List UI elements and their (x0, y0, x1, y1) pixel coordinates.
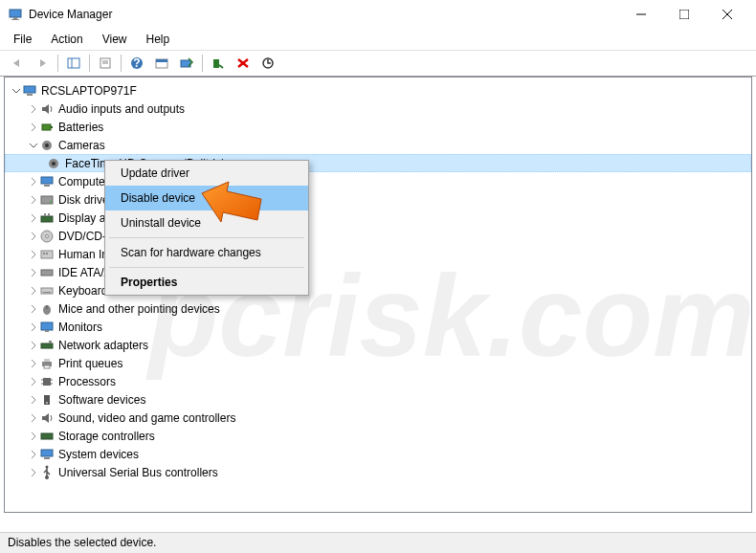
chevron-right-icon[interactable] (28, 178, 39, 186)
svg-rect-39 (43, 253, 45, 254)
tree-item-network[interactable]: Network adapters (5, 336, 751, 354)
menubar: File Action View Help (0, 29, 756, 50)
chevron-right-icon[interactable] (28, 396, 39, 404)
chevron-right-icon[interactable] (28, 451, 39, 458)
svg-rect-21 (24, 86, 35, 93)
tree-item-usb[interactable]: Universal Serial Bus controllers (5, 463, 751, 481)
ide-icon (39, 265, 55, 280)
tree-item-printqueues[interactable]: Print queues (5, 354, 751, 372)
tree-item-software[interactable]: Software devices (5, 390, 751, 409)
chevron-right-icon[interactable] (28, 342, 39, 349)
monitor-icon (39, 320, 55, 335)
camera-icon (46, 156, 61, 171)
processor-icon (39, 374, 55, 389)
chevron-right-icon[interactable] (28, 378, 39, 386)
tree-item-cameras[interactable]: Cameras (5, 136, 751, 154)
minimize-button[interactable] (619, 0, 662, 29)
software-icon (39, 392, 55, 408)
calendar-button[interactable] (150, 53, 173, 74)
svg-rect-51 (44, 359, 50, 362)
chevron-right-icon[interactable] (28, 469, 39, 476)
uninstall-device-button[interactable] (232, 53, 255, 74)
chevron-right-icon[interactable] (28, 105, 39, 113)
hid-icon (39, 247, 55, 262)
chevron-right-icon[interactable] (28, 414, 39, 422)
chevron-right-icon[interactable] (28, 287, 39, 295)
svg-rect-43 (43, 292, 51, 293)
menu-help[interactable]: Help (139, 31, 178, 48)
chevron-right-icon[interactable] (28, 269, 39, 276)
usb-icon (39, 465, 55, 480)
chevron-right-icon[interactable] (28, 251, 39, 258)
menu-view[interactable]: View (95, 31, 135, 48)
tree-item-batteries[interactable]: Batteries (5, 118, 751, 136)
tree-item-label: Mice and other pointing devices (58, 302, 220, 316)
app-icon (8, 7, 23, 22)
ctx-uninstall-device[interactable]: Uninstall device (105, 210, 308, 235)
window-controls (619, 0, 748, 29)
tree-item-label: Audio inputs and outputs (58, 102, 185, 116)
tree-item-monitors[interactable]: Monitors (5, 318, 751, 336)
menu-file[interactable]: File (6, 31, 39, 48)
toolbar: ? (0, 50, 756, 77)
chevron-right-icon[interactable] (28, 196, 39, 204)
chevron-right-icon[interactable] (28, 232, 39, 240)
show-hide-tree-button[interactable] (62, 53, 85, 74)
statusbar: Disables the selected device. (0, 532, 756, 553)
ctx-disable-device[interactable]: Disable device (105, 186, 308, 210)
chevron-down-icon[interactable] (11, 87, 22, 95)
svg-rect-41 (41, 270, 53, 276)
tree-item-system[interactable]: System devices (5, 445, 751, 463)
close-button[interactable] (705, 0, 748, 29)
chevron-right-icon[interactable] (28, 432, 39, 440)
ctx-update-driver[interactable]: Update driver (105, 161, 308, 186)
dvd-icon (39, 229, 55, 244)
chevron-down-icon[interactable] (28, 142, 39, 149)
tree-item-processors[interactable]: Processors (5, 372, 751, 390)
tree-item-label: Monitors (58, 321, 102, 334)
svg-rect-61 (41, 450, 53, 456)
svg-rect-34 (44, 213, 46, 216)
tree-item-audio[interactable]: Audio inputs and outputs (5, 100, 751, 118)
tree-item-storage[interactable]: Storage controllers (5, 427, 751, 445)
properties-button[interactable] (94, 53, 117, 74)
svg-text:?: ? (133, 56, 140, 70)
svg-rect-42 (41, 288, 53, 294)
network-icon (39, 338, 55, 353)
ctx-scan-hardware[interactable]: Scan for hardware changes (105, 240, 308, 265)
storage-icon (39, 429, 55, 444)
maximize-button[interactable] (662, 0, 705, 29)
chevron-right-icon[interactable] (28, 214, 39, 222)
tree-item-label: Universal Serial Bus controllers (58, 466, 218, 479)
help-button[interactable]: ? (125, 53, 148, 74)
svg-rect-48 (41, 343, 53, 348)
svg-rect-62 (44, 457, 50, 459)
tree-item-label: Computer (58, 175, 109, 188)
back-button[interactable] (6, 53, 29, 74)
enable-device-button[interactable] (207, 53, 230, 74)
toolbar-separator (121, 55, 122, 72)
update-driver-button[interactable] (256, 53, 279, 74)
chevron-right-icon[interactable] (28, 123, 39, 131)
svg-rect-47 (45, 330, 49, 332)
tree-root-label: RCSLAPTOP971F (41, 84, 137, 98)
forward-button[interactable] (31, 53, 54, 74)
scan-hardware-button[interactable] (175, 53, 198, 74)
tree-root[interactable]: RCSLAPTOP971F (5, 81, 751, 100)
svg-rect-0 (10, 10, 21, 17)
status-text: Disables the selected device. (8, 536, 156, 549)
tree-item-mice[interactable]: Mice and other pointing devices (5, 299, 751, 318)
chevron-right-icon[interactable] (28, 360, 39, 367)
tree-item-label: Batteries (58, 121, 103, 134)
camera-icon (39, 138, 55, 153)
system-icon (39, 447, 55, 462)
menu-action[interactable]: Action (43, 31, 90, 48)
tree-item-label: System devices (58, 448, 139, 461)
svg-point-63 (46, 465, 49, 468)
chevron-right-icon[interactable] (28, 305, 39, 313)
tree-item-sound[interactable]: Sound, video and game controllers (5, 409, 751, 427)
svg-point-59 (46, 402, 48, 404)
ctx-properties[interactable]: Properties (105, 270, 308, 295)
svg-rect-49 (49, 341, 52, 343)
chevron-right-icon[interactable] (28, 323, 39, 331)
